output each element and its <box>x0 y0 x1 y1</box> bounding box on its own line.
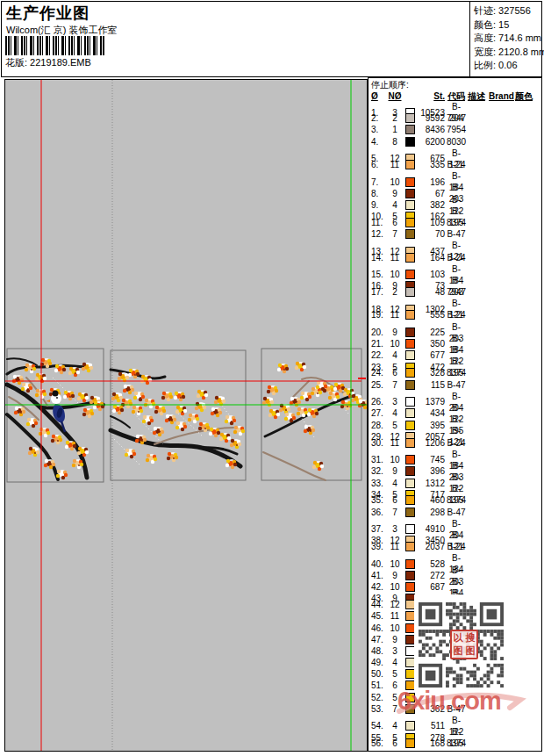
needle-number: 10 <box>386 338 404 349</box>
stop-number: 32. <box>371 465 386 477</box>
thread-code: 7954 <box>445 124 468 135</box>
petal <box>36 373 39 377</box>
petal <box>68 371 72 375</box>
petal <box>279 408 283 412</box>
qr-module <box>456 677 460 680</box>
petal <box>204 393 208 397</box>
needle-number: 3 <box>386 396 404 407</box>
petal <box>120 408 124 412</box>
qr-module <box>483 657 487 660</box>
stitch-count: 395 <box>419 420 445 431</box>
qr-module <box>493 664 497 667</box>
qr-module <box>433 653 436 657</box>
qr-module <box>449 602 453 606</box>
qr-module <box>453 606 456 609</box>
petal <box>312 465 316 469</box>
needle-number: 3 <box>386 523 404 535</box>
color-swatch <box>405 380 415 390</box>
flower-cluster <box>111 392 123 402</box>
stop-number: 11. <box>371 217 386 228</box>
petal <box>278 364 282 367</box>
petal <box>152 402 155 406</box>
stitch-count: 460 <box>419 494 445 506</box>
stop-number: 6. <box>371 159 386 170</box>
petal <box>276 413 280 416</box>
stitch-count: 67 <box>419 188 445 199</box>
qr-module <box>460 673 463 677</box>
stitch-count: 687 <box>419 581 445 593</box>
qr-module <box>500 664 504 667</box>
needle-number: 9 <box>386 327 404 338</box>
petal <box>29 447 32 450</box>
petal <box>64 391 68 394</box>
petal <box>131 388 134 392</box>
thread-code: 8030 <box>445 136 468 148</box>
needle-number: 5 <box>386 668 404 680</box>
petal <box>161 396 165 400</box>
petal <box>125 376 129 379</box>
table-row: 17.2487947 <box>369 286 541 298</box>
petal <box>324 385 327 388</box>
flower-cluster <box>153 427 164 436</box>
stitch-count: 8436 <box>419 124 445 135</box>
qr-module <box>426 644 429 647</box>
color-swatch <box>405 218 415 227</box>
qr-module <box>462 602 466 606</box>
stitch-count: 677 <box>419 349 445 361</box>
petal <box>40 363 44 366</box>
petal <box>15 407 18 410</box>
table-row: 11.61098374 <box>369 217 541 228</box>
stop-number: 46. <box>371 623 386 634</box>
petal <box>32 367 36 371</box>
bird-crown <box>53 391 59 397</box>
color-swatch <box>405 571 415 580</box>
info-label: 颜色: <box>474 19 496 30</box>
petal <box>300 396 304 400</box>
table-row: 4.862008030 <box>369 136 541 148</box>
needle-number: 1 <box>386 124 404 135</box>
petal <box>203 406 206 409</box>
needle-number: 11 <box>386 159 404 170</box>
petal <box>197 394 200 398</box>
color-swatch <box>405 582 415 592</box>
petal <box>297 400 301 404</box>
info-value: 0.06 <box>496 60 517 70</box>
petal <box>77 451 81 455</box>
info-line: 颜色: 15 <box>474 18 544 32</box>
petal <box>188 418 191 421</box>
petal-speck <box>31 369 32 371</box>
petal <box>143 438 147 442</box>
petal <box>183 409 187 413</box>
info-line: 宽度: 2120.8 mm <box>474 46 544 60</box>
qr-module <box>500 637 504 640</box>
petal <box>173 418 176 421</box>
petal <box>209 432 212 436</box>
qr-module <box>483 673 487 677</box>
petal-speck <box>310 430 311 432</box>
petal <box>28 451 32 455</box>
flower-cluster <box>211 407 222 417</box>
qr-module <box>419 633 422 637</box>
qr-module <box>490 630 493 633</box>
stamp-char: 图 <box>454 646 463 656</box>
stop-number: 28. <box>371 420 386 431</box>
petal <box>211 412 214 415</box>
petal <box>154 457 157 461</box>
qr-module <box>429 630 433 633</box>
color-swatch <box>405 559 415 569</box>
table-row: 40.10528B-184 <box>369 552 541 564</box>
info-label: 比例: <box>474 60 496 70</box>
stop-number: 33. <box>371 478 386 489</box>
petal <box>73 444 76 448</box>
qr-module <box>449 609 453 613</box>
stop-number: 42. <box>371 581 386 593</box>
qr-module <box>426 630 429 633</box>
petal <box>352 394 355 398</box>
table-row: 39.112037B-24 <box>369 541 541 552</box>
flower-cluster <box>267 385 278 395</box>
thread-code: B-24 <box>445 252 468 263</box>
petal <box>341 400 345 404</box>
stitch-count: 335 <box>419 159 445 170</box>
petal-speck <box>171 420 173 421</box>
petal <box>175 410 179 414</box>
